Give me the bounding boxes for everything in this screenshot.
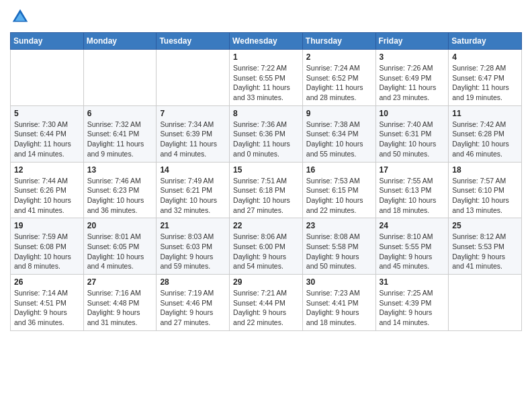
calendar-week-row: 19Sunrise: 7:59 AMSunset: 6:08 PMDayligh…: [11, 218, 522, 275]
day-info: Sunrise: 7:24 AMSunset: 6:52 PMDaylight:…: [306, 63, 372, 103]
calendar-week-row: 1Sunrise: 7:22 AMSunset: 6:55 PMDaylight…: [11, 50, 522, 106]
day-number: 27: [87, 277, 153, 287]
day-number: 14: [160, 165, 226, 175]
day-number: 15: [233, 165, 299, 175]
calendar-table: SundayMondayTuesdayWednesdayThursdayFrid…: [10, 32, 522, 331]
weekday-header: Wednesday: [230, 33, 303, 50]
day-info: Sunrise: 7:49 AMSunset: 6:21 PMDaylight:…: [160, 176, 226, 216]
calendar-header-row: SundayMondayTuesdayWednesdayThursdayFrid…: [11, 33, 522, 50]
day-info: Sunrise: 7:14 AMSunset: 4:51 PMDaylight:…: [14, 288, 80, 328]
day-number: 30: [306, 277, 372, 287]
calendar-cell: [157, 50, 230, 106]
calendar-cell: 18Sunrise: 7:57 AMSunset: 6:10 PMDayligh…: [449, 162, 522, 218]
day-info: Sunrise: 8:03 AMSunset: 6:03 PMDaylight:…: [160, 232, 226, 271]
day-number: 28: [160, 277, 226, 287]
day-info: Sunrise: 7:38 AMSunset: 6:34 PMDaylight:…: [306, 120, 372, 159]
day-number: 21: [160, 221, 226, 230]
day-number: 13: [87, 165, 153, 175]
day-number: 18: [452, 165, 518, 175]
calendar-cell: 15Sunrise: 7:51 AMSunset: 6:18 PMDayligh…: [230, 162, 303, 218]
day-info: Sunrise: 7:36 AMSunset: 6:36 PMDaylight:…: [233, 120, 299, 159]
day-number: 4: [452, 52, 518, 62]
calendar-cell: 17Sunrise: 7:55 AMSunset: 6:13 PMDayligh…: [375, 162, 449, 218]
page-container: SundayMondayTuesdayWednesdayThursdayFrid…: [0, 0, 532, 338]
weekday-header: Sunday: [11, 33, 84, 50]
day-number: 9: [306, 109, 372, 118]
day-info: Sunrise: 7:53 AMSunset: 6:15 PMDaylight:…: [306, 176, 372, 216]
day-number: 11: [452, 109, 518, 118]
day-info: Sunrise: 7:22 AMSunset: 6:55 PMDaylight:…: [233, 63, 299, 103]
weekday-header: Monday: [83, 33, 157, 50]
calendar-cell: 28Sunrise: 7:19 AMSunset: 4:46 PMDayligh…: [157, 275, 230, 331]
calendar-cell: 16Sunrise: 7:53 AMSunset: 6:15 PMDayligh…: [302, 162, 375, 218]
calendar-week-row: 26Sunrise: 7:14 AMSunset: 4:51 PMDayligh…: [11, 275, 522, 331]
logo-icon: [10, 7, 30, 27]
day-number: 6: [87, 109, 153, 118]
calendar-cell: 12Sunrise: 7:44 AMSunset: 6:26 PMDayligh…: [11, 162, 84, 218]
calendar-cell: 9Sunrise: 7:38 AMSunset: 6:34 PMDaylight…: [302, 105, 375, 162]
calendar-cell: [449, 275, 522, 331]
day-info: Sunrise: 7:28 AMSunset: 6:47 PMDaylight:…: [452, 63, 518, 103]
day-info: Sunrise: 7:21 AMSunset: 4:44 PMDaylight:…: [233, 288, 299, 328]
day-number: 17: [380, 165, 445, 175]
day-info: Sunrise: 7:16 AMSunset: 4:48 PMDaylight:…: [87, 288, 153, 328]
day-info: Sunrise: 8:08 AMSunset: 5:58 PMDaylight:…: [306, 232, 372, 271]
day-info: Sunrise: 7:19 AMSunset: 4:46 PMDaylight:…: [160, 288, 226, 328]
day-info: Sunrise: 8:10 AMSunset: 5:55 PMDaylight:…: [380, 232, 445, 271]
day-number: 25: [452, 221, 518, 230]
weekday-header: Tuesday: [157, 33, 230, 50]
day-info: Sunrise: 7:57 AMSunset: 6:10 PMDaylight:…: [452, 176, 518, 216]
weekday-header: Thursday: [302, 33, 375, 50]
logo: [10, 7, 33, 27]
day-info: Sunrise: 7:51 AMSunset: 6:18 PMDaylight:…: [233, 176, 299, 216]
calendar-cell: 20Sunrise: 8:01 AMSunset: 6:05 PMDayligh…: [83, 218, 157, 275]
day-number: 5: [14, 109, 80, 118]
day-number: 20: [87, 221, 153, 230]
calendar-cell: 23Sunrise: 8:08 AMSunset: 5:58 PMDayligh…: [302, 218, 375, 275]
calendar-cell: 31Sunrise: 7:25 AMSunset: 4:39 PMDayligh…: [375, 275, 449, 331]
day-number: 26: [14, 277, 80, 287]
day-number: 3: [380, 52, 445, 62]
calendar-cell: 24Sunrise: 8:10 AMSunset: 5:55 PMDayligh…: [375, 218, 449, 275]
calendar-cell: 6Sunrise: 7:32 AMSunset: 6:41 PMDaylight…: [83, 105, 157, 162]
day-info: Sunrise: 7:30 AMSunset: 6:44 PMDaylight:…: [14, 120, 80, 159]
calendar-cell: 1Sunrise: 7:22 AMSunset: 6:55 PMDaylight…: [230, 50, 303, 106]
day-number: 29: [233, 277, 299, 287]
day-info: Sunrise: 7:44 AMSunset: 6:26 PMDaylight:…: [14, 176, 80, 216]
day-info: Sunrise: 7:32 AMSunset: 6:41 PMDaylight:…: [87, 120, 153, 159]
calendar-cell: 29Sunrise: 7:21 AMSunset: 4:44 PMDayligh…: [230, 275, 303, 331]
day-number: 2: [306, 52, 372, 62]
weekday-header: Saturday: [449, 33, 522, 50]
calendar-cell: 30Sunrise: 7:23 AMSunset: 4:41 PMDayligh…: [302, 275, 375, 331]
day-info: Sunrise: 7:26 AMSunset: 6:49 PMDaylight:…: [380, 63, 445, 103]
day-info: Sunrise: 8:06 AMSunset: 6:00 PMDaylight:…: [233, 232, 299, 271]
day-info: Sunrise: 8:12 AMSunset: 5:53 PMDaylight:…: [452, 232, 518, 271]
header: [10, 7, 522, 27]
day-number: 12: [14, 165, 80, 175]
day-number: 16: [306, 165, 372, 175]
calendar-cell: 11Sunrise: 7:42 AMSunset: 6:28 PMDayligh…: [449, 105, 522, 162]
day-number: 7: [160, 109, 226, 118]
calendar-cell: [83, 50, 157, 106]
calendar-cell: 21Sunrise: 8:03 AMSunset: 6:03 PMDayligh…: [157, 218, 230, 275]
day-number: 10: [380, 109, 445, 118]
day-info: Sunrise: 7:42 AMSunset: 6:28 PMDaylight:…: [452, 120, 518, 159]
day-info: Sunrise: 8:01 AMSunset: 6:05 PMDaylight:…: [87, 232, 153, 271]
day-info: Sunrise: 7:34 AMSunset: 6:39 PMDaylight:…: [160, 120, 226, 159]
day-number: 1: [233, 52, 299, 62]
day-info: Sunrise: 7:25 AMSunset: 4:39 PMDaylight:…: [380, 288, 445, 328]
day-info: Sunrise: 7:40 AMSunset: 6:31 PMDaylight:…: [380, 120, 445, 159]
calendar-week-row: 5Sunrise: 7:30 AMSunset: 6:44 PMDaylight…: [11, 105, 522, 162]
calendar-cell: 19Sunrise: 7:59 AMSunset: 6:08 PMDayligh…: [11, 218, 84, 275]
calendar-week-row: 12Sunrise: 7:44 AMSunset: 6:26 PMDayligh…: [11, 162, 522, 218]
day-info: Sunrise: 7:55 AMSunset: 6:13 PMDaylight:…: [380, 176, 445, 216]
calendar-cell: 27Sunrise: 7:16 AMSunset: 4:48 PMDayligh…: [83, 275, 157, 331]
day-info: Sunrise: 7:59 AMSunset: 6:08 PMDaylight:…: [14, 232, 80, 271]
calendar-cell: 2Sunrise: 7:24 AMSunset: 6:52 PMDaylight…: [302, 50, 375, 106]
calendar-cell: 7Sunrise: 7:34 AMSunset: 6:39 PMDaylight…: [157, 105, 230, 162]
day-info: Sunrise: 7:46 AMSunset: 6:23 PMDaylight:…: [87, 176, 153, 216]
day-number: 8: [233, 109, 299, 118]
calendar-cell: 26Sunrise: 7:14 AMSunset: 4:51 PMDayligh…: [11, 275, 84, 331]
calendar-cell: 10Sunrise: 7:40 AMSunset: 6:31 PMDayligh…: [375, 105, 449, 162]
calendar-cell: 22Sunrise: 8:06 AMSunset: 6:00 PMDayligh…: [230, 218, 303, 275]
